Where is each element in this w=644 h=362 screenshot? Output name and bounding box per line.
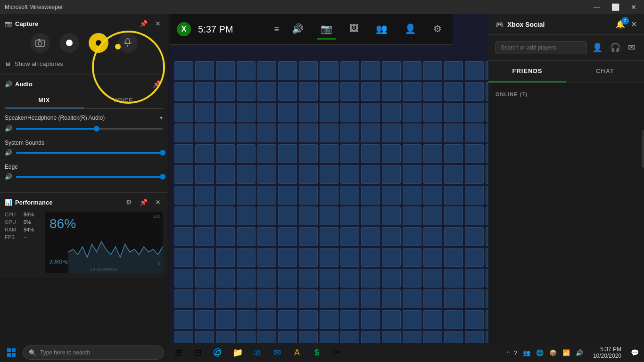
mine-cell[interactable] <box>361 227 380 246</box>
mine-cell[interactable] <box>320 248 339 267</box>
mine-cell[interactable] <box>403 144 421 163</box>
system-sounds-slider[interactable] <box>16 152 163 154</box>
mine-cell[interactable] <box>216 186 235 205</box>
mine-cell[interactable] <box>403 82 421 101</box>
mine-cell[interactable] <box>195 123 214 142</box>
mine-cell[interactable] <box>237 144 256 163</box>
mine-cell[interactable] <box>465 310 484 329</box>
mine-cell[interactable] <box>195 310 214 329</box>
mine-cell[interactable] <box>174 103 193 122</box>
online-section-header[interactable]: ONLINE (7) <box>488 88 644 101</box>
mine-cell[interactable] <box>465 331 484 343</box>
close-button[interactable]: ✕ <box>628 2 639 12</box>
mine-cell[interactable] <box>423 103 442 122</box>
mine-cell[interactable] <box>340 227 359 246</box>
mine-cell[interactable] <box>382 331 401 343</box>
mine-cell[interactable] <box>423 123 442 142</box>
mine-cell[interactable] <box>444 82 463 101</box>
help-tray-icon[interactable]: ? <box>512 349 519 356</box>
mine-cell[interactable] <box>174 165 193 184</box>
mine-cell[interactable] <box>216 227 235 246</box>
mine-cell[interactable] <box>299 61 318 80</box>
mine-cell[interactable] <box>465 165 484 184</box>
mine-cell[interactable] <box>340 123 359 142</box>
mine-cell[interactable] <box>237 123 256 142</box>
mine-cell[interactable] <box>257 144 276 163</box>
mine-cell[interactable] <box>340 289 359 308</box>
mine-cell[interactable] <box>361 269 380 288</box>
snap-button[interactable]: ⊟ <box>189 343 207 362</box>
mine-cell[interactable] <box>174 310 193 329</box>
dropbox-tray-icon[interactable]: 📦 <box>548 349 558 356</box>
mine-cell[interactable] <box>174 248 193 267</box>
mine-cell[interactable] <box>382 82 401 101</box>
mine-cell[interactable] <box>216 289 235 308</box>
mine-cell[interactable] <box>340 186 359 205</box>
mine-cell[interactable] <box>340 248 359 267</box>
mine-cell[interactable] <box>195 248 214 267</box>
perf-close-button[interactable]: ✕ <box>153 197 163 207</box>
mine-cell[interactable] <box>237 186 256 205</box>
mine-cell[interactable] <box>361 144 380 163</box>
mine-cell[interactable] <box>382 61 401 80</box>
xbox-menu-button[interactable]: ≡ <box>272 23 281 36</box>
mine-cell[interactable] <box>216 248 235 267</box>
mine-cell[interactable] <box>320 310 339 329</box>
tab-mix[interactable]: MIX <box>5 93 84 108</box>
mine-cell[interactable] <box>361 289 380 308</box>
mine-cell[interactable] <box>361 103 380 122</box>
mine-cell[interactable] <box>444 123 463 142</box>
add-friend-button[interactable]: 👤 <box>590 41 604 55</box>
mine-cell[interactable] <box>382 269 401 288</box>
mine-cell[interactable] <box>299 165 318 184</box>
mine-cell[interactable] <box>237 227 256 246</box>
mine-cell[interactable] <box>195 331 214 343</box>
mine-cell[interactable] <box>361 61 380 80</box>
mine-cell[interactable] <box>403 123 421 142</box>
mine-cell[interactable] <box>299 227 318 246</box>
mine-cell[interactable] <box>195 61 214 80</box>
mine-cell[interactable] <box>423 227 442 246</box>
mine-cell[interactable] <box>403 248 421 267</box>
mine-cell[interactable] <box>216 269 235 288</box>
social-close-button[interactable]: ✕ <box>631 20 637 29</box>
mine-cell[interactable] <box>237 206 256 225</box>
mine-cell[interactable] <box>299 123 318 142</box>
mine-cell[interactable] <box>174 289 193 308</box>
mine-cell[interactable] <box>278 269 297 288</box>
mine-cell[interactable] <box>216 310 235 329</box>
mine-cell[interactable] <box>465 269 484 288</box>
mine-cell[interactable] <box>237 331 256 343</box>
mine-cell[interactable] <box>382 206 401 225</box>
amazon-button[interactable]: A <box>288 343 306 362</box>
mine-cell[interactable] <box>403 206 421 225</box>
mine-cell[interactable] <box>278 61 297 80</box>
mine-cell[interactable] <box>444 227 463 246</box>
mine-cell[interactable] <box>403 103 421 122</box>
capture-close-button[interactable]: ✕ <box>153 19 163 28</box>
minimize-button[interactable]: — <box>591 2 603 12</box>
mine-cell[interactable] <box>320 331 339 343</box>
mine-cell[interactable] <box>237 269 256 288</box>
speaker-volume-slider[interactable] <box>16 128 163 130</box>
mine-cell[interactable] <box>174 144 193 163</box>
mine-cell[interactable] <box>423 61 442 80</box>
mine-cell[interactable] <box>403 186 421 205</box>
files-button[interactable]: 📁 <box>228 343 247 362</box>
highlight-button[interactable] <box>89 33 108 53</box>
mine-cell[interactable] <box>423 82 442 101</box>
mine-cell[interactable] <box>444 310 463 329</box>
mine-cell[interactable] <box>444 206 463 225</box>
xbox-profile-icon[interactable]: 👤 <box>401 19 420 40</box>
mine-cell[interactable] <box>320 227 339 246</box>
mine-cell[interactable] <box>320 123 339 142</box>
mine-cell[interactable] <box>423 289 442 308</box>
mine-cell[interactable] <box>174 123 193 142</box>
mine-cell[interactable] <box>278 144 297 163</box>
mine-cell[interactable] <box>382 123 401 142</box>
mine-cell[interactable] <box>361 123 380 142</box>
mine-cell[interactable] <box>195 289 214 308</box>
record-button[interactable] <box>59 33 79 53</box>
xbox-audio-icon[interactable]: 🔊 <box>288 19 307 40</box>
mine-cell[interactable] <box>257 123 276 142</box>
